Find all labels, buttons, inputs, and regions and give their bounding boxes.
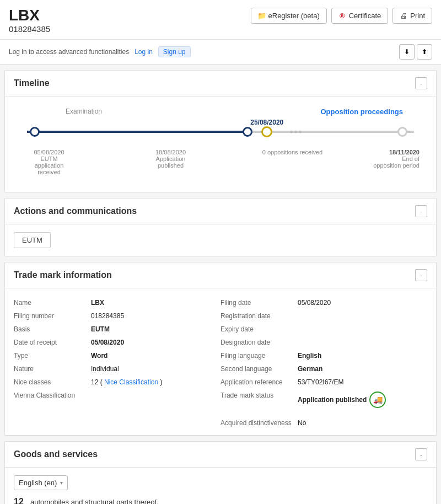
oppositions-text: 0 oppositions received — [232, 149, 353, 156]
actions-collapse-button[interactable]: - — [415, 205, 427, 217]
timeline-header: Timeline - — [5, 71, 436, 96]
printer-icon: 🖨 — [400, 12, 407, 20]
timeline-dot-current — [261, 126, 272, 137]
eutm-badge-button[interactable]: EUTM — [14, 232, 51, 248]
tm-row-status: Trade mark status Application published … — [220, 389, 427, 411]
opposition-label: Opposition proceedings — [320, 108, 403, 116]
tm-row-designation-date: Designation date — [220, 336, 427, 349]
trademark-info-content: Name LBX Filing number 018284385 Basis E… — [5, 288, 436, 435]
language-dropdown[interactable]: English (en) ▾ — [14, 475, 68, 490]
sort-up-button[interactable]: ⬆ — [417, 44, 432, 60]
trademark-section: Trade mark information - Name LBX Filing… — [4, 262, 437, 436]
language-value: English (en) — [19, 479, 57, 487]
trademark-collapse-button[interactable]: - — [415, 269, 427, 281]
trademark-title: Trade mark information — [14, 270, 112, 280]
timeline-title: Timeline — [14, 78, 50, 88]
certificate-button[interactable]: ® Certificate — [331, 8, 389, 24]
actions-content: EUTM — [5, 224, 436, 256]
goods-services-title: Goods and services — [14, 449, 98, 459]
event-oppositions: 0 oppositions received — [232, 149, 353, 175]
timeline-current-date: 25/08/2020 — [250, 119, 283, 126]
certificate-icon: ® — [338, 12, 346, 20]
timeline-dot-end — [397, 127, 407, 137]
trademark-right-col: Filing date 05/08/2020 Registration date… — [220, 296, 427, 430]
tm-row-name: Name LBX — [14, 296, 220, 309]
timeline-content: Examination Opposition proceedings — [5, 96, 436, 192]
signup-link[interactable]: Sign up — [158, 46, 191, 57]
examination-label: Examination — [66, 108, 102, 116]
actions-section: Actions and communications - EUTM — [4, 198, 437, 256]
folder-icon: 📁 — [258, 12, 266, 20]
goods-services-collapse-icon: - — [420, 451, 422, 458]
status-icon: 🚚 — [369, 392, 386, 408]
tm-row-spacer — [220, 411, 427, 416]
goods-services-collapse-button[interactable]: - — [415, 448, 427, 460]
event-mid: 18/08/2020 Application published — [77, 149, 232, 175]
language-select: English (en) ▾ — [14, 475, 427, 490]
timeline-dot-start — [30, 127, 40, 137]
trademark-header: Trade mark information - — [5, 262, 436, 288]
header: LBX 018284385 📁 eRegister (beta) ® Certi… — [0, 0, 441, 40]
print-button[interactable]: 🖨 Print — [392, 8, 432, 24]
small-dot-1 — [290, 131, 293, 133]
small-dot-2 — [294, 131, 297, 133]
login-bar-text: Log in to access advanced functionalitie… — [9, 48, 129, 56]
goods-services-content: English (en) ▾ 12 automobiles and struct… — [5, 468, 436, 504]
gs-class-number: 12 — [14, 497, 26, 504]
header-buttons: 📁 eRegister (beta) ® Certificate 🖨 Print — [251, 8, 432, 24]
tm-row-nature: Nature Individual — [14, 362, 220, 376]
event-start: 05/08/2020 EUTM application received — [21, 149, 77, 175]
tm-row-app-reference: Application reference 53/TY02I67/EM — [220, 376, 427, 389]
timeline-filled-track — [27, 131, 251, 133]
sort-up-icon: ⬆ — [422, 48, 427, 56]
tm-row-filing-number: Filing number 018284385 — [14, 309, 220, 323]
goods-services-header: Goods and services - — [5, 442, 436, 468]
trademark-name: LBX — [9, 8, 50, 23]
trademark-number: 018284385 — [9, 24, 50, 34]
tm-row-filing-language: Filing language English — [220, 349, 427, 362]
sort-buttons: ⬇ ⬆ — [399, 44, 432, 60]
sort-down-button[interactable]: ⬇ — [399, 44, 415, 60]
tm-row-expiry-date: Expiry date — [220, 323, 427, 336]
tm-row-nice-classes: Nice classes 12 ( Nice Classification ) — [14, 376, 220, 389]
tm-row-type: Type Word — [14, 349, 220, 362]
header-title: LBX 018284385 — [9, 8, 50, 34]
timeline-dot-mid — [243, 127, 252, 137]
eregister-button[interactable]: 📁 eRegister (beta) — [251, 8, 327, 24]
trademark-collapse-icon: - — [420, 272, 422, 278]
tm-row-vienna: Vienna Classification — [14, 389, 220, 402]
gs-description: automobiles and structural parts thereof… — [30, 498, 159, 504]
timeline-dots-group — [290, 131, 302, 133]
goods-services-section: Goods and services - English (en) ▾ 12 a… — [4, 441, 437, 504]
timeline-background-track: 25/08/2020 — [27, 131, 414, 133]
tm-row-date-receipt: Date of receipt 05/08/2020 — [14, 336, 220, 349]
tm-row-acquired: Acquired distinctiveness No — [220, 416, 427, 430]
event-end: 18/11/2020 End of opposition period — [353, 149, 420, 175]
timeline-collapse-button[interactable]: - — [415, 77, 427, 89]
gs-item-12: 12 automobiles and structural parts ther… — [14, 497, 427, 504]
trademark-info-grid: Name LBX Filing number 018284385 Basis E… — [14, 296, 427, 430]
trademark-left-col: Name LBX Filing number 018284385 Basis E… — [14, 296, 220, 430]
sort-down-icon: ⬇ — [404, 48, 410, 56]
timeline-section: Timeline - Examination Opposition procee… — [4, 70, 437, 192]
collapse-icon: - — [420, 80, 422, 87]
chevron-down-icon: ▾ — [60, 480, 63, 486]
login-bar: Log in to access advanced functionalitie… — [0, 40, 441, 65]
timeline-track: 25/08/2020 — [21, 118, 420, 146]
small-dot-3 — [299, 131, 302, 133]
login-link[interactable]: Log in — [135, 48, 153, 56]
nice-classification-link[interactable]: Nice Classification — [104, 378, 158, 386]
actions-header: Actions and communications - — [5, 199, 436, 224]
actions-collapse-icon: - — [420, 208, 422, 215]
tm-row-filing-date: Filing date 05/08/2020 — [220, 296, 427, 309]
tm-row-basis: Basis EUTM — [14, 323, 220, 336]
tm-row-registration-date: Registration date — [220, 309, 427, 323]
page-wrapper: LBX 018284385 📁 eRegister (beta) ® Certi… — [0, 0, 441, 504]
actions-title: Actions and communications — [14, 206, 137, 216]
tm-row-second-language: Second language German — [220, 362, 427, 376]
